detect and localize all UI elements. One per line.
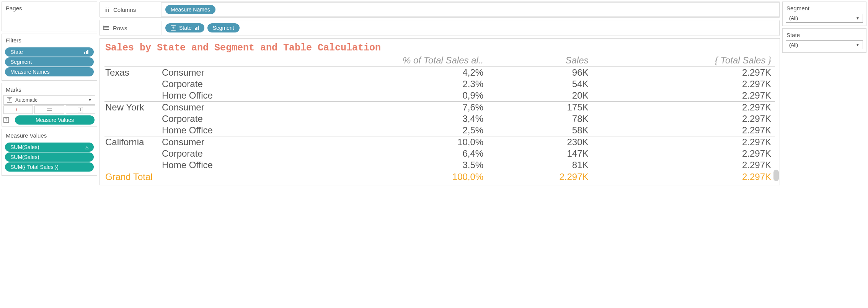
sales-cell[interactable]: 58K (487, 125, 592, 136)
segment-cell[interactable]: Consumer (158, 67, 235, 79)
col-pill-measure-names[interactable]: Measure Names (165, 5, 215, 14)
mv-pill-1[interactable]: SUM(Sales) (5, 152, 94, 162)
state-cell[interactable]: Texas (104, 67, 158, 79)
sales-cell[interactable]: 20K (487, 90, 592, 102)
col-header-1[interactable]: Sales (487, 54, 592, 67)
marks-size-cell[interactable] (34, 105, 64, 114)
col-header-0[interactable]: % of Total Sales al.. (235, 54, 487, 67)
state-filter-label: State (783, 29, 866, 40)
table-row[interactable]: CaliforniaConsumer10,0%230K2.297K (104, 136, 775, 148)
state-cell[interactable] (104, 113, 158, 125)
table-row[interactable]: New YorkConsumer7,6%175K2.297K (104, 102, 775, 113)
state-cell[interactable] (104, 159, 158, 171)
state-cell[interactable]: California (104, 136, 158, 148)
segment-filter-select[interactable]: (All) ▼ (786, 14, 863, 23)
total-cell[interactable]: 2.297K (592, 159, 775, 171)
grand-total-row[interactable]: Grand Total100,0%2.297K2.297K (104, 171, 775, 183)
measure-values-shelf[interactable]: Measure Values SUM(Sales) △ SUM(Sales) S… (2, 129, 97, 176)
text-mark-icon: T (7, 97, 12, 103)
table-row[interactable]: Home Office3,5%81K2.297K (104, 159, 775, 171)
filter-card-state: State (All) ▼ (782, 28, 866, 53)
sort-icon (84, 50, 88, 54)
marks-type-value: Automatic (15, 97, 38, 103)
marks-color-cell[interactable]: ⋮⋮ (3, 105, 33, 114)
segment-cell[interactable]: Consumer (158, 102, 235, 113)
grand-total[interactable]: 2.297K (592, 171, 775, 183)
total-cell[interactable]: 2.297K (592, 148, 775, 159)
filters-shelf[interactable]: Filters State Segment Measure Names (2, 34, 97, 81)
sales-cell[interactable]: 78K (487, 113, 592, 125)
segment-filter-label: Segment (783, 2, 866, 13)
col-header-2[interactable]: { Total Sales } (592, 54, 775, 67)
pct-cell[interactable]: 4,2% (235, 67, 487, 79)
total-cell[interactable]: 2.297K (592, 102, 775, 113)
color-icon: ⋮⋮ (15, 108, 22, 112)
label-icon: T (78, 107, 83, 112)
table-calc-icon: △ (82, 145, 88, 150)
pct-cell[interactable]: 2,5% (235, 125, 487, 136)
segment-cell[interactable]: Home Office (158, 125, 235, 136)
total-cell[interactable]: 2.297K (592, 78, 775, 90)
scrollbar-thumb[interactable] (773, 170, 779, 181)
columns-shelf[interactable]: iii Columns Measure Names (100, 2, 780, 18)
table-row[interactable]: Corporate6,4%147K2.297K (104, 148, 775, 159)
total-cell[interactable]: 2.297K (592, 67, 775, 79)
sort-icon (192, 25, 199, 31)
state-cell[interactable]: New York (104, 102, 158, 113)
table-row[interactable]: Corporate3,4%78K2.297K (104, 113, 775, 125)
viz-title[interactable]: Sales by State and Segment and Table Cal… (104, 41, 775, 54)
table-row[interactable]: TexasConsumer4,2%96K2.297K (104, 67, 775, 79)
row-pill-state[interactable]: + State (165, 23, 204, 32)
total-cell[interactable]: 2.297K (592, 125, 775, 136)
segment-cell[interactable]: Home Office (158, 90, 235, 102)
sales-cell[interactable]: 230K (487, 136, 592, 148)
pct-cell[interactable]: 0,9% (235, 90, 487, 102)
table-row[interactable]: Home Office2,5%58K2.297K (104, 125, 775, 136)
segment-cell[interactable]: Home Office (158, 159, 235, 171)
segment-cell[interactable]: Corporate (158, 148, 235, 159)
rows-shelf[interactable]: Rows + State Segment (100, 20, 780, 36)
pct-cell[interactable]: 3,5% (235, 159, 487, 171)
state-cell[interactable] (104, 148, 158, 159)
filter-pill-segment[interactable]: Segment (5, 57, 94, 66)
filter-pill-state[interactable]: State (5, 47, 94, 57)
mv-pill-2[interactable]: SUM({ Total Sales }) (5, 162, 94, 172)
segment-cell[interactable]: Consumer (158, 136, 235, 148)
filter-pill-measure-names[interactable]: Measure Names (5, 67, 94, 76)
sales-cell[interactable]: 96K (487, 67, 592, 79)
sales-cell[interactable]: 175K (487, 102, 592, 113)
sales-cell[interactable]: 54K (487, 78, 592, 90)
grand-pct[interactable]: 100,0% (235, 171, 487, 183)
pct-cell[interactable]: 3,4% (235, 113, 487, 125)
table-row[interactable]: Corporate2,3%54K2.297K (104, 78, 775, 90)
pct-cell[interactable]: 6,4% (235, 148, 487, 159)
state-cell[interactable] (104, 90, 158, 102)
viz-canvas[interactable]: Sales by State and Segment and Table Cal… (100, 38, 780, 185)
pct-cell[interactable]: 10,0% (235, 136, 487, 148)
pill-label: Segment (213, 25, 234, 31)
total-cell[interactable]: 2.297K (592, 90, 775, 102)
sales-cell[interactable]: 147K (487, 148, 592, 159)
row-pill-segment[interactable]: Segment (207, 23, 240, 32)
state-filter-select[interactable]: (All) ▼ (786, 41, 863, 49)
pages-shelf[interactable]: Pages (2, 2, 97, 31)
marks-text-pill[interactable]: Measure Values (15, 115, 95, 125)
grand-sales[interactable]: 2.297K (487, 171, 592, 183)
total-cell[interactable]: 2.297K (592, 113, 775, 125)
segment-cell[interactable]: Corporate (158, 113, 235, 125)
grand-total-label[interactable]: Grand Total (104, 171, 235, 183)
state-cell[interactable] (104, 78, 158, 90)
sales-cell[interactable]: 81K (487, 159, 592, 171)
pct-cell[interactable]: 7,6% (235, 102, 487, 113)
marks-card[interactable]: Marks T Automatic ▼ ⋮⋮ T T Measure Value… (2, 83, 97, 126)
state-cell[interactable] (104, 125, 158, 136)
marks-type-select[interactable]: T Automatic ▼ (3, 95, 95, 105)
segment-cell[interactable]: Corporate (158, 78, 235, 90)
marks-label-cell[interactable]: T (66, 105, 95, 114)
total-cell[interactable]: 2.297K (592, 136, 775, 148)
pct-cell[interactable]: 2,3% (235, 78, 487, 90)
table-row[interactable]: Home Office0,9%20K2.297K (104, 90, 775, 102)
mv-pill-0[interactable]: SUM(Sales) △ (5, 143, 94, 152)
crosstab: % of Total Sales al.. Sales { Total Sale… (104, 54, 775, 183)
columns-label: Columns (113, 6, 136, 13)
